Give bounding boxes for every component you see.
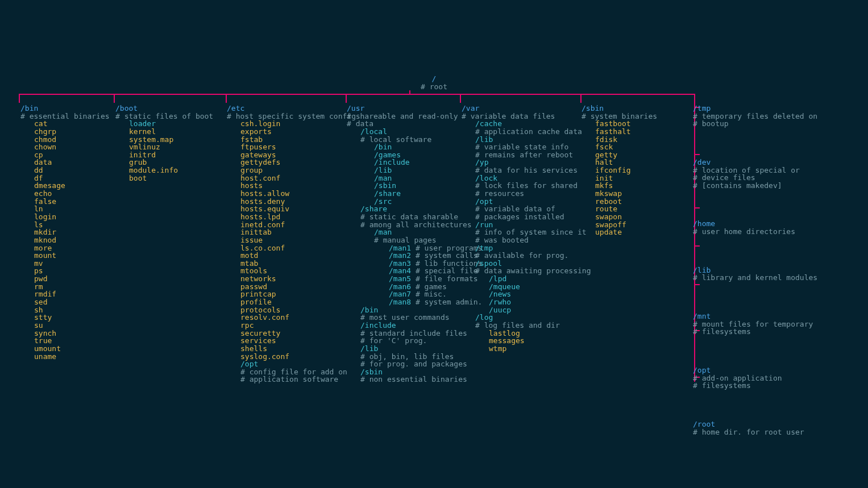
usr-local-c: # local software [360, 136, 462, 144]
side-column: /tmp# temporary files deleted on# bootup… [693, 105, 809, 466]
etc-item-24: protocols [240, 306, 347, 314]
etc-header: /etc [227, 105, 347, 112]
var-path-6: /tmp [475, 244, 582, 252]
usr-local-item-0: /bin [374, 143, 462, 151]
usr-man-row-1: /man2 # system calls [374, 252, 462, 260]
usr-man-row-5: /man6 # games [374, 283, 462, 291]
var-c-3-0: # lock files for shared [475, 182, 582, 190]
bin-item-10: false [34, 198, 115, 206]
etc-item-0: csh.login [240, 120, 347, 128]
var-c-5-1: # was booted [475, 236, 582, 244]
bin-item-11: ln [34, 205, 115, 213]
usr-man: /man [374, 228, 462, 236]
bin-item-2: chmod [34, 136, 115, 144]
boot-item-2: vmlinuz [129, 143, 227, 151]
usr-man-row-6: /man7 # misc. [374, 290, 462, 298]
side-c-1-2: # [contains makedev] [693, 182, 809, 190]
side-c-4-1: # filesystems [693, 328, 809, 336]
var-sub-7-3: /rwho [489, 298, 582, 306]
etc-item-2: fstab [240, 136, 347, 144]
var-sub-8-0: lastlog [489, 329, 582, 337]
connector-stub-5 [580, 94, 582, 103]
sbin-item-3: fsck [595, 143, 693, 151]
var-sub-7-1: /mqueue [489, 283, 582, 291]
etc-item-20: networks [240, 275, 347, 283]
usr-local-item-2: /include [374, 159, 462, 166]
side-path-0: /tmp [693, 105, 809, 112]
etc-item-17: motd [240, 252, 347, 260]
usr-local-item-3: /lib [374, 166, 462, 174]
side-c-5-0: # add-on application [693, 374, 809, 382]
bin-item-24: sh [34, 306, 115, 314]
bin-item-18: mv [34, 260, 115, 268]
side-sec-6: /root# home dir. for root user [693, 420, 809, 436]
etc-item-30: syslog.conf [240, 353, 347, 361]
var-path-0: /cache [475, 120, 582, 128]
usr-local-item-1: /games [374, 151, 462, 159]
etc-item-7: host.conf [240, 174, 347, 182]
var-path-7: /spool [475, 260, 582, 268]
usr-man-row-3: /man4 # special file [374, 267, 462, 275]
sbin-item-8: mkfs [595, 182, 693, 190]
sbin-item-1: fasthalt [595, 128, 693, 136]
etc-comment: # host specific system config [227, 112, 347, 120]
var-comment: # variable data files [462, 112, 582, 120]
sbin-item-9: mkswap [595, 190, 693, 198]
var-c-4-0: # variable data of [475, 205, 582, 213]
var-path-2: /yp [475, 159, 582, 166]
etc-item-26: rpc [240, 322, 347, 329]
etc-opt: /opt [240, 360, 347, 368]
connector-stub-0 [19, 94, 20, 103]
bin-item-27: synch [34, 329, 115, 337]
var-c-2-0: # data for his services [475, 166, 582, 174]
sbin-item-6: ifconfig [595, 166, 693, 174]
sbin-item-12: swapon [595, 213, 693, 221]
side-c-1-0: # location of special or [693, 166, 809, 174]
etc-item-12: hosts.lpd [240, 213, 347, 221]
etc-item-27: securetty [240, 329, 347, 337]
connector-stub-2 [226, 94, 227, 103]
etc-item-22: printcap [240, 290, 347, 298]
usr-man-row-2: /man3 # lib functions [374, 260, 462, 268]
usr-local-item-4: /man [374, 174, 462, 182]
root-path: / [0, 75, 868, 83]
side-path-1: /dev [693, 159, 809, 166]
boot-item-6: boot [129, 174, 227, 182]
sbin-item-10: reboot [595, 198, 693, 206]
etc-item-25: resolv.conf [240, 314, 347, 322]
etc-item-3: ftpusers [240, 143, 347, 151]
side-sec-1: /dev# location of special or# device fil… [693, 159, 809, 190]
bin-item-4: cp [34, 151, 115, 159]
side-c-6-0: # home dir. for root user [693, 428, 809, 436]
boot-item-5: module.info [129, 166, 227, 174]
bin-item-25: stty [34, 314, 115, 322]
bin-item-0: cat [34, 120, 115, 128]
sbin-header: /sbin [582, 105, 693, 112]
usr-man-c: # manual pages [374, 236, 462, 244]
etc-item-29: shells [240, 345, 347, 353]
side-sec-0: /tmp# temporary files deleted on# bootup [693, 105, 809, 128]
side-c-0-1: # bootup [693, 120, 809, 128]
side-path-4: /mnt [693, 312, 809, 320]
bin-item-8: dmesage [34, 182, 115, 190]
bin-item-23: sed [34, 298, 115, 306]
etc-opt-c1: # config file for add on [240, 368, 347, 376]
bin-item-13: ls [34, 221, 115, 229]
var-c-1-1: # remains after reboot [475, 151, 582, 159]
bin-item-12: login [34, 213, 115, 221]
var-sub-7-0: /lpd [489, 275, 582, 283]
usr-man-row-4: /man5 # file formats [374, 275, 462, 283]
boot-item-0: kernel [129, 128, 227, 136]
etc-item-9: hosts.allow [240, 190, 347, 198]
usr-include: /include [360, 322, 462, 329]
side-path-5: /opt [693, 366, 809, 374]
var-path-3: /lock [475, 174, 582, 182]
usr-lib-c1: # obj, bin, lib files [360, 353, 462, 361]
var-header: /var [462, 105, 582, 112]
usr-column: /usr # shareable and read-only # data /l… [347, 105, 462, 466]
usr-share: /share [360, 205, 462, 213]
etc-item-5: gettydefs [240, 159, 347, 166]
sbin-comment: # system binaries [582, 112, 693, 120]
side-c-1-1: # device files [693, 174, 809, 182]
boot-loader: loader [129, 120, 227, 128]
